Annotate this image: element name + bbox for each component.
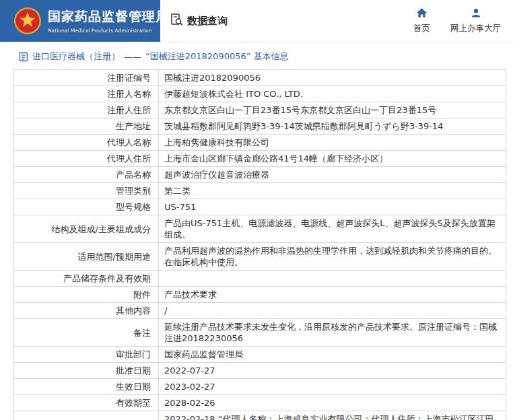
row-label: 其他内容 [14,303,159,319]
table-row: 代理人住所 上海市金山区廊下镇金廊公路41号14幢（廊下经济小区） [14,151,506,167]
row-value: 上海柏隽健康科技有限公司 [159,135,506,151]
table-row: 有效期至 2028-02-26 [14,395,506,411]
row-label-text: 备注 [133,328,151,338]
main-content: 注册证编号 国械注进20182090056 注册人名称 伊藤超短波株式会社 IT… [0,69,513,420]
row-label-text: 批准日期 [116,365,151,376]
table-row: 注册证编号 国械注进20182090056 [14,70,506,86]
row-value: 超声波治疗仪超音波治療器 [159,167,506,183]
table-row: 生产地址 茨城县稻敷郡阿见町鹑野3-39-14茨城県稲敷郡阿見町うずら野3-39… [14,118,506,135]
home-icon [416,7,428,21]
table-row: 代理人名称 上海柏隽健康科技有限公司 [14,135,506,151]
row-label: 管理类别 [14,183,159,199]
row-label-text: 注册证编号 [107,73,151,83]
breadcrumb: 进口医疗器械（注册） —— “国械注进20182090056” 基本信息 [0,42,513,69]
header-nav: 首页 网上办事大厅 [413,0,513,42]
row-value: 国家药品监督管理局 [159,347,506,363]
nav-item-service-hall[interactable]: 网上办事大厅 [450,7,501,34]
row-label-text: 注册人名称 [107,89,151,99]
row-label: 生产地址 [14,118,159,135]
row-label-text: 生效日期 [116,382,151,392]
row-value: / [159,303,506,319]
row-label: 产品名称 [14,167,159,183]
row-label: 批准日期 [14,363,159,379]
row-label-text: 附件 [133,289,151,300]
row-label: 有效期至 [14,395,159,411]
row-label-text: 结构及组成/主要组成成分 [52,224,151,234]
row-label: 适用范围/预期用途 [14,243,159,271]
user-icon [471,7,481,21]
row-label: 型号规格 [14,199,159,215]
row-value: 2028-02-26 [159,395,506,411]
table-row: 产品名称 超声波治疗仪超音波治療器 [14,167,506,183]
row-value: 2023-02-27 [159,379,506,395]
row-value: 上海市金山区廊下镇金廊公路41号14幢（廊下经济小区） [159,151,506,167]
table-row: 管理类别 第二类 [14,183,506,199]
table-row: 注册人住所 东京都文京区白山一丁目23番15号东京都文京区白山一丁目23番15号 [14,102,506,118]
data-query-label: 数据查询 [187,15,228,28]
row-label: 注册人住所 [14,102,159,118]
row-value: 2022-07-27 [159,363,506,379]
table-row: 生效日期 2023-02-27 [14,379,506,395]
table-row: 注册人名称 伊藤超短波株式会社 ITO CO., LTD. [14,86,506,102]
breadcrumb-category: 进口医疗器械（注册） [32,50,120,63]
info-table: 注册证编号 国械注进20182090056 注册人名称 伊藤超短波株式会社 IT… [13,69,506,420]
row-value: 产品技术要求 [159,287,506,303]
table-row: 变更情况 2022-02-18 “代理人名称：上海成良实业有限公司；代理人住所：… [14,411,506,420]
row-label-text: 管理类别 [116,186,151,196]
row-label: 结构及组成/主要组成成分 [14,215,159,243]
table-row: 型号规格 US-751 [14,199,506,215]
row-label: 注册证编号 [14,70,159,86]
emblem-icon [13,7,42,35]
org-name-en: National Medical Products Administration [48,28,169,34]
table-row: 结构及组成/主要组成成分 产品由US-751主机、电源滤波器、电源线、超声波探头… [14,215,506,243]
brand-text: 国家药品监督管理局 National Medical Products Admi… [48,8,169,34]
row-label: 产品储存条件及有效期 [14,271,159,287]
row-label: 代理人住所 [14,151,159,167]
row-value: 伊藤超短波株式会社 ITO CO., LTD. [159,86,506,102]
row-label-text: 适用范围/预期用途 [78,252,151,262]
table-row: 备注 延续注册产品技术要求未发生变化，沿用原核发的产品技术要求。原注册证编号：国… [14,319,506,347]
row-label: 代理人名称 [14,135,159,151]
table-row: 附件 产品技术要求 [14,287,506,303]
table-row: 批准日期 2022-07-27 [14,363,506,379]
row-value: 产品由US-751主机、电源滤波器、电源线、超声波探头L、超声波探头S及探头放置… [159,215,506,243]
nav-home-label: 首页 [413,23,430,34]
table-row: 其他内容 / [14,303,506,319]
row-value: 延续注册产品技术要求未发生变化，沿用原核发的产品技术要求。原注册证编号：国械注进… [159,319,506,347]
nav-item-home[interactable]: 首页 [413,7,430,34]
data-query-icon [170,13,183,29]
table-row: 适用范围/预期用途 产品利用超声波的温热作用和非温热的生理学作用，达到减轻肌肉和… [14,243,506,271]
row-value: 产品利用超声波的温热作用和非温热的生理学作用，达到减轻肌肉和关节疼痛的目的。在临… [159,243,506,271]
brand: 国家药品监督管理局 National Medical Products Admi… [0,0,160,42]
row-value: 东京都文京区白山一丁目23番15号东京都文京区白山一丁目23番15号 [159,102,506,118]
row-label-text: 其他内容 [116,306,151,316]
nav-service-hall-label: 网上办事大厅 [450,23,501,34]
row-label: 生效日期 [14,379,159,395]
row-label-text: 产品名称 [116,170,151,180]
row-label-text: 代理人名称 [107,137,151,147]
row-label: 注册人名称 [14,86,159,102]
row-label-text: 注册人住所 [107,105,151,115]
row-label-text: 型号规格 [116,202,151,212]
row-value: US-751 [159,199,506,215]
header: 国家药品监督管理局 National Medical Products Admi… [0,0,513,42]
table-row: 审批部门 国家药品监督管理局 [14,347,506,363]
row-label-text: 生产地址 [116,121,151,131]
table-row: 产品储存条件及有效期 [14,271,506,287]
row-label-text: 产品储存条件及有效期 [63,273,151,283]
row-value: 茨城县稻敷郡阿见町鹑野3-39-14茨城県稲敷郡阿見町うずら野3-39-14 [159,118,506,135]
row-label: 附件 [14,287,159,303]
row-label: 变更情况 [14,411,159,420]
row-label: 备注 [14,319,159,347]
org-name: 国家药品监督管理局 [48,8,169,26]
breadcrumb-separator: —— [124,52,141,62]
row-value: 第二类 [159,183,506,199]
row-value [159,271,506,287]
breadcrumb-current: “国械注进20182090056” 基本信息 [145,50,289,63]
data-query-nav[interactable]: 数据查询 [170,0,228,42]
document-icon [19,52,28,62]
row-value: 国械注进20182090056 [159,70,506,86]
row-value: 2022-02-18 “代理人名称：上海成良实业有限公司；代理人住所：上海市松江… [159,411,506,420]
row-label-text: 代理人住所 [107,153,151,164]
row-label: 审批部门 [14,347,159,363]
